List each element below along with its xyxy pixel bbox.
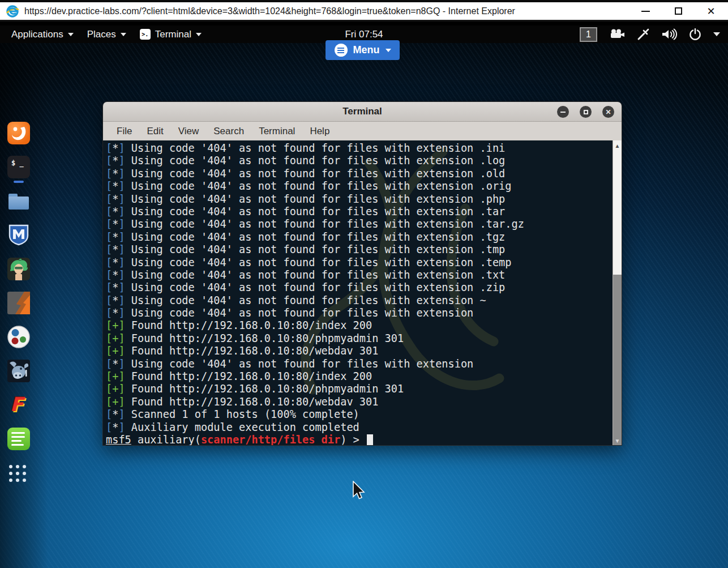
places-label: Places	[87, 29, 116, 40]
terminal-minimize-button[interactable]	[557, 106, 569, 118]
dock-item-metasploit[interactable]	[7, 223, 30, 246]
chevron-down-icon	[196, 33, 202, 36]
mouse-cursor	[352, 481, 367, 502]
terminal-maximize-button[interactable]	[580, 106, 592, 118]
terminal-cursor	[367, 434, 373, 445]
terminal-content[interactable]: [*] Using code '404' as not found for fi…	[103, 140, 622, 445]
maximize-icon	[584, 110, 588, 114]
dock-item-firefox[interactable]	[7, 122, 30, 144]
hamburger-icon	[335, 44, 348, 57]
lab-menu-button[interactable]: Menu	[326, 40, 400, 60]
maximize-icon	[675, 7, 682, 15]
chevron-down-icon	[68, 33, 74, 36]
terminal-line: [+] Found http://192.168.0.10:80/webdav …	[106, 396, 611, 408]
clock[interactable]: Fri 07:54	[345, 29, 383, 40]
applications-label: Applications	[11, 29, 63, 40]
terminal-menu-view[interactable]: View	[172, 126, 205, 137]
places-menu[interactable]: Places	[80, 25, 133, 43]
tools-icon[interactable]	[636, 28, 650, 41]
dock-item-colored-dots-app[interactable]	[7, 326, 30, 348]
window-maximize-button[interactable]	[674, 7, 683, 16]
terminal-line: [*] Using code '404' as not found for fi…	[106, 231, 611, 244]
dock-item-faraday[interactable]: F	[7, 394, 30, 416]
menu-button-label: Menu	[353, 44, 380, 56]
chevron-down-icon	[121, 33, 126, 36]
terminal-line: [*] Using code '404' as not found for fi…	[106, 307, 611, 319]
terminal-line: [*] Using code '404' as not found for fi…	[106, 155, 611, 167]
terminal-line: [*] Using code '404' as not found for fi…	[106, 269, 611, 281]
terminal-line: [*] Using code '404' as not found for fi…	[106, 358, 611, 370]
terminal-window: Terminal ✕ FileEditViewSearchTerminalHel…	[102, 101, 622, 446]
dock-item-show-applications[interactable]	[7, 463, 30, 486]
workspace-indicator[interactable]: 1	[580, 27, 597, 42]
scroll-up-icon[interactable]: ▲	[613, 141, 622, 150]
scrollbar-thumb[interactable]	[613, 275, 622, 445]
terminal-line: [*] Auxiliary module execution completed	[106, 421, 611, 434]
browser-titlebar[interactable]: https://dev.practice-labs.com/?client=ht…	[0, 0, 728, 22]
chevron-down-icon	[386, 49, 391, 52]
terminal-line: [*] Using code '404' as not found for fi…	[106, 257, 611, 269]
terminal-line: [*] Scanned 1 of 1 hosts (100% complete)	[106, 408, 611, 421]
applications-menu[interactable]: Applications	[5, 25, 80, 43]
terminal-close-button[interactable]: ✕	[602, 106, 614, 118]
chevron-down-icon[interactable]	[713, 32, 720, 36]
terminal-line: [*] Using code '404' as not found for fi…	[106, 193, 611, 206]
internet-explorer-icon	[6, 5, 19, 18]
terminal-line: [*] Using code '404' as not found for fi…	[106, 180, 611, 193]
terminal-scrollbar[interactable]: ▲ ▼	[613, 140, 622, 445]
dock-item-burpsuite[interactable]	[7, 292, 30, 314]
terminal-line: [*] Using code '404' as not found for fi…	[106, 218, 611, 230]
firefox-icon	[7, 122, 30, 144]
dock-item-text-editor[interactable]	[7, 428, 30, 450]
terminal-line: [*] Using code '404' as not found for fi…	[106, 294, 611, 307]
minimize-icon	[560, 112, 566, 113]
armitage-cyborg-icon	[7, 258, 30, 280]
letter-f-flame-icon: F	[7, 394, 30, 415]
dock-item-terminal[interactable]: $ _	[7, 156, 30, 178]
terminal-titlebar[interactable]: Terminal ✕	[103, 102, 622, 122]
metasploit-shield-icon	[7, 223, 30, 246]
power-icon[interactable]	[689, 28, 701, 41]
terminal-line: [+] Found http://192.168.0.10:80/webdav …	[106, 345, 611, 357]
bull-icon	[7, 360, 30, 382]
dock-item-armitage[interactable]	[7, 258, 30, 280]
terminal-line: [*] Using code '404' as not found for fi…	[106, 206, 611, 218]
colored-dots-icon	[7, 326, 30, 348]
terminal-icon: >.	[140, 29, 151, 40]
terminal-prompt[interactable]: msf5 auxiliary(scanner/http/files_dir) >	[106, 434, 611, 445]
terminal-line: [*] Using code '404' as not found for fi…	[106, 168, 611, 180]
window-close-button[interactable]: ✕	[706, 7, 716, 16]
window-minimize-button[interactable]	[641, 7, 650, 16]
dock-item-beef-bull[interactable]	[7, 360, 30, 382]
screen: https://dev.practice-labs.com/?client=ht…	[0, 0, 728, 568]
running-indicator	[14, 181, 24, 183]
screen-share-icon[interactable]	[609, 29, 624, 40]
burpsuite-icon	[7, 292, 30, 314]
terminal-menu-terminal[interactable]: Terminal	[252, 126, 301, 137]
terminal-app-menu[interactable]: >. Terminal	[133, 25, 208, 43]
terminal-line: [*] Using code '404' as not found for fi…	[106, 142, 611, 155]
terminal-menu-help[interactable]: Help	[303, 126, 336, 137]
terminal-icon: $ _	[7, 156, 30, 178]
terminal-line: [+] Found http://192.168.0.10:80/index 2…	[106, 370, 611, 383]
terminal-output: [*] Using code '404' as not found for fi…	[106, 142, 611, 445]
terminal-menu-label: Terminal	[155, 29, 191, 40]
terminal-line: [*] Using code '404' as not found for fi…	[106, 281, 611, 294]
terminal-menubar: FileEditViewSearchTerminalHelp	[103, 122, 622, 140]
terminal-line: [+] Found http://192.168.0.10:80/phpmyad…	[106, 332, 611, 345]
volume-icon[interactable]	[662, 28, 677, 40]
close-icon: ✕	[605, 109, 611, 115]
terminal-menu-edit[interactable]: Edit	[140, 126, 169, 137]
browser-title: https://dev.practice-labs.com/?client=ht…	[24, 6, 515, 16]
terminal-line: [+] Found http://192.168.0.10:80/phpmyad…	[106, 383, 611, 395]
terminal-line: [+] Found http://192.168.0.10:80/index 2…	[106, 319, 611, 332]
terminal-window-title: Terminal	[342, 106, 382, 117]
minimize-icon	[641, 11, 650, 12]
dock-item-files[interactable]	[7, 190, 30, 212]
notes-icon	[7, 428, 30, 450]
terminal-menu-file[interactable]: File	[110, 126, 138, 137]
terminal-menu-search[interactable]: Search	[207, 126, 250, 137]
app-grid-icon	[7, 463, 30, 484]
scroll-down-icon[interactable]: ▼	[613, 437, 622, 445]
close-icon: ✕	[706, 7, 715, 15]
